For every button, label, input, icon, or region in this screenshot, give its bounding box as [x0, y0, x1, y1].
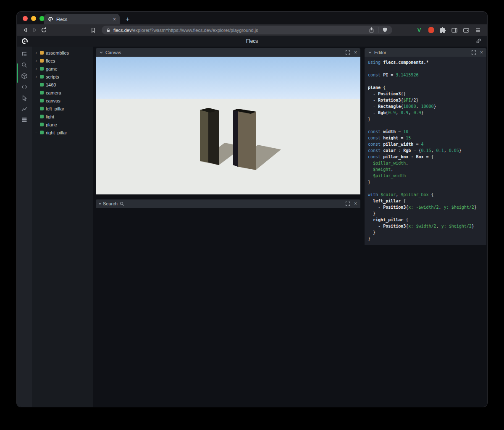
browser-navbar: flecs.dev/explorer/?wasm=https://www.fle…	[17, 24, 487, 36]
code-line: right_pillar {	[368, 217, 483, 223]
tree-item-right_pillar[interactable]: –right_pillar	[32, 128, 93, 136]
wallet-icon[interactable]	[462, 26, 470, 34]
minimize-window-button[interactable]	[31, 16, 36, 21]
code-line: }	[368, 116, 483, 122]
tab-close-icon[interactable]: ×	[113, 16, 116, 22]
tree-item-canvas[interactable]: –canvas	[32, 97, 93, 105]
extension-v-icon[interactable]: V	[415, 26, 423, 34]
canvas-panel-header[interactable]: Canvas ×	[96, 48, 360, 57]
editor-panel-title: Editor	[374, 50, 386, 55]
entity-label: camera	[46, 90, 61, 95]
tree-item-scripts[interactable]: ›scripts	[32, 73, 93, 81]
tree-expand-icon[interactable]: ›	[34, 74, 38, 79]
right-pillar-front-face	[238, 109, 256, 170]
tree-item-flecs[interactable]: ›flecs	[32, 57, 93, 65]
desktop-background: Flecs × + flecs.dev/explore	[0, 0, 504, 430]
code-line: - Position3{x: $width/2, y: $height/2}	[368, 223, 483, 229]
tree-view-icon[interactable]	[21, 51, 28, 58]
tree-item-camera[interactable]: –camera	[32, 89, 93, 97]
tree-item-light[interactable]: –light	[32, 113, 93, 121]
new-tab-button[interactable]: +	[123, 14, 133, 24]
search-icon[interactable]	[21, 62, 28, 68]
expand-icon[interactable]	[471, 50, 476, 55]
code-line: }	[368, 179, 483, 185]
lock-icon	[106, 28, 111, 33]
tree-leaf-icon: –	[34, 130, 38, 135]
canvas-3d-viewport[interactable]	[96, 57, 360, 194]
expand-icon[interactable]	[345, 201, 350, 206]
collapsed-dot-icon[interactable]	[99, 203, 101, 205]
tree-item-game[interactable]: ›game	[32, 65, 93, 73]
editor-code[interactable]: using flecs.components.* const PI = 3.14…	[365, 57, 486, 245]
cube-icon[interactable]	[21, 73, 28, 79]
canvas-panel-title: Canvas	[105, 50, 121, 55]
bookmark-icon[interactable]	[89, 26, 98, 35]
log-rows-icon[interactable]	[21, 116, 28, 123]
inspect-cursor-icon[interactable]	[21, 94, 28, 101]
sidebar-toggle-icon[interactable]	[451, 26, 458, 34]
permalink-icon[interactable]	[475, 37, 482, 45]
reload-button[interactable]	[39, 26, 48, 35]
canvas-panel: Canvas ×	[96, 48, 360, 194]
code-line: - Rgb{0.9, 0.9, 0.9}	[368, 110, 483, 116]
entity-color-dot	[40, 51, 44, 55]
entity-color-dot	[40, 107, 44, 110]
traffic-lights	[23, 16, 45, 21]
code-line: - Rectangle{10000, 10000}	[368, 103, 483, 110]
code-line: - Rotation3{$PI/2}	[368, 97, 483, 103]
close-icon[interactable]: ×	[354, 201, 357, 206]
tree-item-plane[interactable]: –plane	[32, 121, 93, 128]
back-button[interactable]	[21, 26, 30, 35]
stats-chart-icon[interactable]	[21, 105, 28, 112]
icon-rail	[17, 47, 32, 407]
left-pillar-right-face	[208, 108, 219, 165]
code-icon[interactable]	[21, 84, 28, 90]
tree-expand-icon[interactable]: ›	[34, 50, 38, 55]
tree-expand-icon[interactable]: ›	[34, 58, 38, 63]
entity-tree: ›assemblies›flecs›game›scripts–1460–came…	[32, 47, 93, 407]
search-panel-header[interactable]: Search ×	[96, 199, 360, 208]
divider	[378, 27, 378, 33]
entity-color-dot	[40, 59, 44, 63]
tree-item-1460[interactable]: –1460	[32, 81, 93, 89]
extensions-puzzle-icon[interactable]	[439, 26, 446, 34]
url-bar[interactable]: flecs.dev/explorer/?wasm=https://www.fle…	[102, 26, 392, 34]
code-line: const width = 10	[368, 128, 483, 135]
left-pillar-left-face	[200, 108, 208, 163]
browser-tab-flecs[interactable]: Flecs ×	[44, 14, 120, 24]
entity-color-dot	[40, 75, 44, 79]
entity-color-dot	[40, 131, 44, 134]
right-pillar-side-face	[233, 109, 238, 167]
chevron-down-icon[interactable]	[368, 50, 372, 55]
code-line	[368, 78, 483, 84]
code-line: - Position3{}	[368, 91, 483, 97]
entity-label: assemblies	[46, 50, 69, 55]
chevron-down-icon[interactable]	[99, 50, 103, 55]
share-icon[interactable]	[368, 27, 375, 33]
tree-expand-icon[interactable]: ›	[34, 66, 38, 71]
code-line: }	[368, 229, 483, 236]
menu-icon[interactable]	[474, 26, 482, 34]
close-icon[interactable]: ×	[480, 50, 483, 55]
entity-label: flecs	[46, 58, 55, 63]
brave-shield-icon[interactable]	[382, 27, 388, 33]
code-line: $height,	[368, 166, 483, 173]
code-line: const PI = 3.1415926	[368, 72, 483, 78]
tab-title: Flecs	[56, 17, 67, 22]
url-text: flecs.dev/explorer/?wasm=https://www.fle…	[113, 28, 368, 33]
extension-red-icon[interactable]	[427, 26, 435, 34]
code-line: $pillar_width	[368, 173, 483, 179]
code-line: - Position3{x: -$width/2, y: $height/2}	[368, 204, 483, 210]
tree-item-left_pillar[interactable]: –left_pillar	[32, 105, 93, 113]
tree-leaf-icon: –	[34, 122, 38, 127]
close-window-button[interactable]	[23, 16, 28, 21]
close-icon[interactable]: ×	[354, 50, 357, 55]
forward-button[interactable]	[30, 26, 39, 35]
editor-panel-header[interactable]: Editor ×	[365, 48, 486, 57]
code-line	[368, 66, 483, 72]
expand-icon[interactable]	[345, 50, 350, 55]
tree-item-assemblies[interactable]: ›assemblies	[32, 49, 93, 57]
entity-color-dot	[40, 91, 44, 94]
app-header: Flecs	[17, 36, 487, 47]
tree-leaf-icon: –	[34, 98, 38, 103]
